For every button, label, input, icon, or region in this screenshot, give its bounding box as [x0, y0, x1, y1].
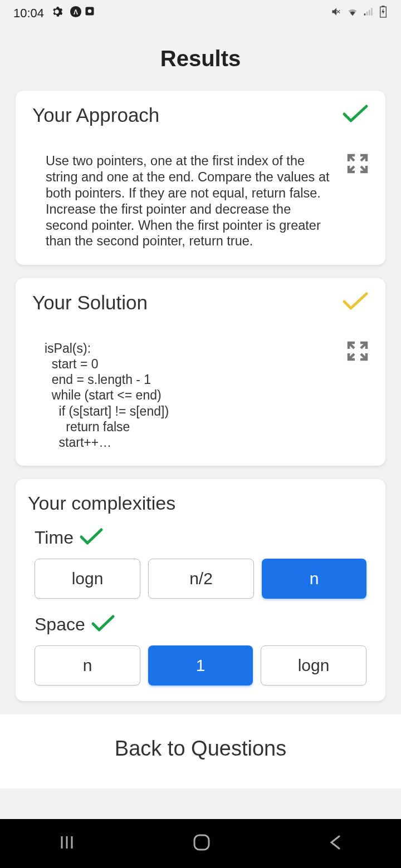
square-icon [84, 6, 95, 21]
complexities-title: Your complexities [27, 492, 374, 514]
status-left: 10:04 Λ [13, 6, 95, 21]
check-icon [79, 527, 104, 549]
status-right [331, 6, 388, 21]
approach-card: Your Approach Use two pointers, one at t… [16, 91, 385, 265]
svg-rect-5 [366, 12, 368, 16]
gear-icon [51, 6, 63, 21]
solution-title: Your Solution [32, 292, 148, 314]
expand-icon[interactable] [346, 341, 369, 364]
status-time: 10:04 [13, 6, 44, 21]
time-option-1[interactable]: n/2 [148, 559, 254, 599]
circle-a-icon: Λ [70, 6, 82, 21]
wifi-icon [346, 6, 359, 21]
space-option-2[interactable]: logn [261, 645, 366, 685]
check-icon [342, 104, 369, 126]
svg-point-3 [88, 9, 92, 13]
page-title: Results [0, 46, 401, 71]
approach-title: Your Approach [32, 104, 159, 126]
recents-button[interactable] [57, 833, 76, 854]
svg-rect-13 [194, 835, 209, 850]
approach-text: Use two pointers, one at the first index… [32, 153, 335, 249]
svg-rect-7 [371, 8, 373, 15]
check-icon [91, 614, 115, 635]
svg-rect-4 [364, 13, 366, 15]
android-nav-bar [0, 819, 401, 868]
space-label: Space [35, 614, 85, 635]
time-option-2[interactable]: n [262, 559, 366, 599]
solution-code: isPal(s): start = 0 end = s.length - 1 w… [32, 341, 335, 450]
solution-card: Your Solution isPal(s): start = 0 end = … [16, 278, 385, 465]
svg-rect-6 [369, 10, 370, 16]
space-options: n 1 logn [27, 645, 374, 685]
time-options: logn n/2 n [27, 559, 374, 599]
svg-text:Λ: Λ [74, 8, 78, 16]
signal-icon [363, 6, 374, 21]
back-to-questions-button[interactable]: Back to Questions [0, 737, 401, 761]
check-icon [342, 292, 369, 314]
time-option-0[interactable]: logn [35, 559, 140, 599]
expand-icon[interactable] [346, 153, 369, 176]
mute-icon [331, 6, 342, 21]
status-bar: 10:04 Λ [0, 0, 401, 27]
battery-icon [379, 6, 388, 21]
back-button[interactable] [327, 833, 344, 854]
back-section: Back to Questions [0, 714, 401, 788]
time-label: Time [35, 527, 74, 548]
complexities-card: Your complexities Time logn n/2 n Space … [16, 479, 385, 701]
home-button[interactable] [191, 832, 212, 855]
space-option-0[interactable]: n [35, 645, 140, 685]
space-option-1[interactable]: 1 [148, 645, 253, 685]
